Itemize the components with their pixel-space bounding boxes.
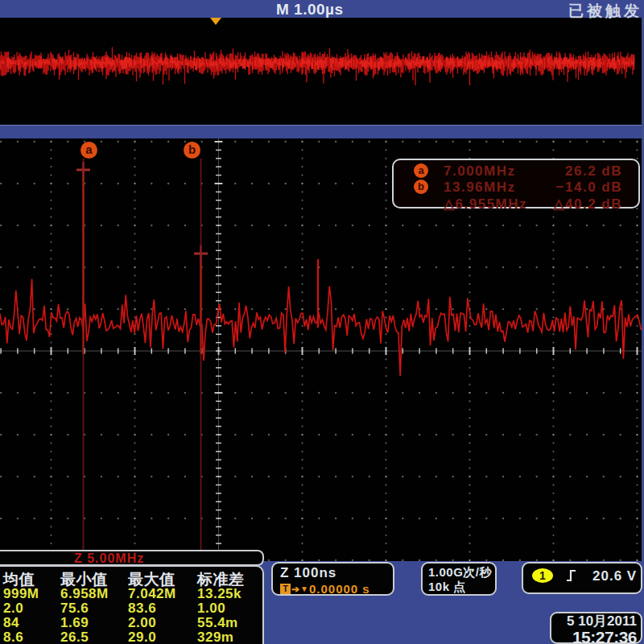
stats-value-r1c1: 75.6 bbox=[60, 601, 89, 617]
channel-1-badge: 1 bbox=[532, 568, 553, 583]
fft-scale-label: Z 5.00MHz bbox=[74, 551, 144, 566]
trigger-level-value: 20.6 V bbox=[592, 568, 637, 584]
marker-b-level: −14.0 dB bbox=[556, 180, 622, 196]
timebase-label: M 1.00µs bbox=[276, 1, 344, 19]
delta-level: △40.2 dB bbox=[553, 196, 622, 213]
stats-value-r0c2: 7.042M bbox=[128, 586, 176, 602]
marker-a-freq: 7.000MHz bbox=[444, 163, 515, 180]
stats-value-r2c0: 84 bbox=[3, 615, 19, 631]
delta-freq: △6.955MHz bbox=[444, 196, 527, 213]
trigger-status-label: 已被触发 bbox=[568, 1, 642, 22]
time-label: 15:27:36 bbox=[551, 630, 637, 644]
fft-scale-box[interactable]: Z 5.00MHz bbox=[0, 550, 264, 566]
marker-a-level: 26.2 dB bbox=[565, 163, 622, 180]
header-bar: M 1.00µs 已被触发 bbox=[0, 0, 644, 18]
waveform-strip bbox=[0, 18, 642, 125]
trigger-pos-value: 0.00000 s bbox=[309, 582, 370, 596]
sample-rate-label: 1.00G次/秒 bbox=[428, 565, 495, 580]
stats-value-r0c1: 6.958M bbox=[60, 586, 109, 602]
stats-value-r0c0: 999M bbox=[3, 586, 39, 602]
trigger-t-icon: T bbox=[280, 584, 291, 594]
trigger-position-icon[interactable] bbox=[210, 18, 221, 25]
readout-row-b: b 13.96MHz −14.0 dB bbox=[394, 179, 638, 195]
triangle-down-icon: ▼ bbox=[300, 584, 308, 593]
marker-b-badge[interactable]: b bbox=[184, 142, 200, 159]
arrow-right-icon: ➔ bbox=[291, 584, 299, 595]
rising-edge-icon bbox=[565, 568, 578, 583]
marker-b-freq: 13.96MHz bbox=[444, 180, 515, 196]
stats-value-r3c2: 29.0 bbox=[128, 630, 156, 644]
stats-value-r3c3: 329m bbox=[197, 630, 233, 644]
stats-value-r1c3: 1.00 bbox=[197, 601, 225, 617]
readout-row-delta: △6.955MHz △40.2 dB bbox=[394, 195, 638, 211]
separator-band bbox=[0, 125, 644, 138]
time-waveform bbox=[0, 18, 642, 125]
stats-value-r2c3: 55.4m bbox=[197, 615, 238, 631]
marker-b-icon: b bbox=[414, 180, 428, 194]
stats-value-r2c2: 2.00 bbox=[128, 615, 156, 631]
stats-value-r0c3: 13.25k bbox=[197, 586, 242, 602]
stats-value-r3c1: 26.5 bbox=[60, 630, 89, 644]
stats-value-r1c2: 83.6 bbox=[128, 601, 156, 617]
readout-row-a: a 7.000MHz 26.2 dB bbox=[394, 163, 638, 179]
marker-readout-box: a 7.000MHz 26.2 dB b 13.96MHz −14.0 dB △… bbox=[392, 159, 640, 208]
zoom-scale-label: Z 100ns bbox=[280, 565, 393, 581]
stats-panel: 均值最小值最大值标准差999M6.958M7.042M13.25k2.075.6… bbox=[0, 565, 264, 644]
datetime-box: 5 10月2011 15:27:36 bbox=[550, 612, 642, 644]
horizontal-box[interactable]: Z 100ns T ➔ ▼ 0.00000 s bbox=[271, 562, 394, 596]
trigger-position-readout: T ➔ ▼ 0.00000 s bbox=[280, 582, 393, 596]
marker-a-icon: a bbox=[414, 163, 428, 178]
date-label: 5 10月2011 bbox=[551, 613, 637, 630]
stats-value-r1c0: 2.0 bbox=[3, 601, 23, 617]
marker-a-badge[interactable]: a bbox=[80, 142, 97, 159]
stats-value-r3c0: 8.6 bbox=[3, 630, 23, 644]
record-length-label: 10k 点 bbox=[428, 580, 495, 594]
trigger-box[interactable]: 1 20.6 V bbox=[522, 562, 642, 594]
acquisition-box[interactable]: 1.00G次/秒 10k 点 bbox=[421, 562, 497, 596]
stats-value-r2c1: 1.69 bbox=[60, 615, 89, 631]
